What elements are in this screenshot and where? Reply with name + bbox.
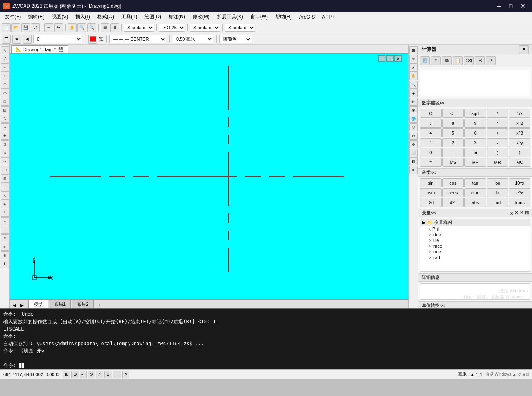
var-icon-1[interactable]: x: [510, 211, 513, 215]
calc-btn-5[interactable]: 5: [442, 128, 464, 137]
calc-btn-rp[interactable]: ): [509, 148, 530, 157]
calc-btn-sub[interactable]: -: [487, 138, 508, 147]
var-icon-2[interactable]: ✕: [514, 210, 518, 215]
calc-btn-9[interactable]: 9: [464, 119, 486, 128]
ellipse-tool[interactable]: ⬭: [1, 89, 9, 97]
var-icon-3[interactable]: ✕: [520, 210, 523, 215]
calc-btn-1[interactable]: 1: [420, 138, 442, 147]
lineweight-select[interactable]: 0.50 毫米: [173, 35, 213, 43]
new-button[interactable]: 📄: [2, 23, 11, 32]
menu-arcgis[interactable]: ArcGIS: [296, 13, 318, 21]
color-button[interactable]: [88, 35, 97, 44]
undo-button[interactable]: ↩: [44, 23, 53, 32]
var-item-mee[interactable]: ✕ mee: [420, 243, 530, 249]
calc-btn-xy[interactable]: x^y: [509, 138, 530, 147]
calc-btn-backspace[interactable]: <--: [442, 109, 464, 118]
calc-btn-mplus[interactable]: M+: [464, 158, 486, 167]
zoom-in-button[interactable]: 🔍: [77, 23, 86, 32]
redo-button[interactable]: ↪: [54, 23, 63, 32]
var-icon-table[interactable]: ⊞: [525, 210, 529, 215]
calc-asin[interactable]: asin: [420, 188, 442, 197]
walk-button[interactable]: ⊳: [409, 98, 418, 106]
calc-acos[interactable]: acos: [442, 188, 464, 197]
open-button[interactable]: 📂: [11, 23, 20, 32]
var-item-ille[interactable]: ✕ ille: [420, 237, 530, 243]
maximize-button[interactable]: □: [505, 2, 517, 11]
break-tool[interactable]: ⌇: [1, 209, 9, 217]
drawing-canvas[interactable]: ─ □ ✕: [10, 54, 408, 299]
text-tool[interactable]: A: [1, 115, 9, 123]
menu-tools[interactable]: 工具(T): [118, 13, 140, 21]
extend-tool[interactable]: ⟶: [1, 166, 9, 174]
calc-btn-eq[interactable]: =: [420, 158, 442, 167]
3dview-button[interactable]: ◈: [409, 89, 418, 97]
toggle-button[interactable]: ≡: [409, 166, 418, 174]
dim-tool[interactable]: ↔: [1, 123, 9, 131]
var-item-dee[interactable]: ✕ dee: [420, 232, 530, 237]
menu-draw[interactable]: 绘图(D): [141, 13, 164, 21]
calc-tan[interactable]: tan: [464, 178, 486, 187]
properties-tool[interactable]: ℹ: [1, 260, 9, 268]
calc-btn-lp[interactable]: (: [487, 148, 508, 157]
menu-app[interactable]: APP+: [319, 13, 338, 21]
zoom-extent-button[interactable]: ⤢: [409, 63, 418, 72]
polar-toggle[interactable]: ⊙: [88, 371, 95, 378]
style-select-4[interactable]: Standard: [225, 24, 255, 32]
calc-trunc[interactable]: trunc: [509, 198, 530, 207]
transparency-select[interactable]: 随颜色: [219, 35, 252, 43]
layer-state-button[interactable]: ★: [12, 35, 21, 44]
calc-close-button[interactable]: ✕: [519, 45, 529, 54]
style-select-1[interactable]: Standard: [124, 24, 154, 32]
calc-rnd[interactable]: rnd: [487, 198, 508, 207]
trim-tool[interactable]: ✂: [1, 157, 9, 165]
canvas-minimize[interactable]: ─: [378, 55, 385, 62]
print-button[interactable]: 🖨: [31, 23, 40, 32]
minimize-button[interactable]: ─: [493, 2, 504, 11]
menu-window[interactable]: 窗口(W): [247, 13, 271, 21]
grid-toggle[interactable]: ⊞: [63, 371, 70, 378]
var-item-rad[interactable]: ✕ rad: [420, 255, 530, 260]
canvas-maximize[interactable]: □: [386, 55, 394, 62]
cmd-prompt[interactable]: 命令: |: [3, 362, 529, 369]
line-tool[interactable]: ╱: [1, 55, 9, 63]
calc-icon-1[interactable]: 🔢: [420, 56, 430, 65]
calc-btn-div[interactable]: /: [487, 109, 508, 118]
var-item-phi[interactable]: k Phi: [420, 226, 530, 232]
calc-sin[interactable]: sin: [420, 178, 442, 187]
ortho-toggle[interactable]: ┐: [80, 371, 87, 378]
scale-tool[interactable]: ⤡: [1, 191, 9, 200]
hatch-tool[interactable]: ▨: [1, 106, 9, 114]
calc-icon-clear[interactable]: ⌫: [464, 56, 474, 65]
calc-btn-dot[interactable]: .: [442, 148, 464, 157]
calc-btn-8[interactable]: 8: [442, 119, 464, 128]
osnap-toggle[interactable]: △: [96, 371, 103, 378]
calc-btn-x3[interactable]: x^3: [509, 128, 530, 137]
calc-icon-del[interactable]: ✕: [475, 56, 485, 65]
fillet-tool[interactable]: ⌒: [1, 226, 9, 234]
canvas-close[interactable]: ✕: [394, 55, 402, 62]
copy-tool[interactable]: ⧉: [1, 140, 9, 148]
isolate-button[interactable]: ⊙: [409, 140, 418, 148]
close-button[interactable]: ✕: [517, 2, 529, 11]
calc-btn-add[interactable]: +: [487, 128, 508, 137]
zoom-strip-button[interactable]: 🔍: [409, 81, 418, 89]
polyline-tool[interactable]: ⌐: [1, 63, 9, 72]
sheet-next-button[interactable]: ▶: [19, 302, 25, 308]
menu-modify[interactable]: 修改(M): [189, 13, 213, 21]
tab-layout2[interactable]: 布局2: [72, 300, 94, 308]
calc-ln[interactable]: ln: [487, 188, 508, 197]
menu-view[interactable]: 视图(V): [48, 13, 71, 21]
mirror-tool[interactable]: ⊣: [1, 183, 9, 191]
array-tool[interactable]: ⊞: [1, 200, 9, 208]
command-area[interactable]: 命令: _Undo 输入要放弃的操作数目或 [自动(A)/控制(C)/开始(BE…: [0, 308, 532, 369]
calc-btn-mc[interactable]: MC: [509, 158, 530, 167]
annot-toggle[interactable]: A: [122, 371, 129, 378]
layer-tool[interactable]: ≡: [1, 234, 9, 242]
calc-ex[interactable]: e^x: [509, 188, 530, 197]
otrack-toggle[interactable]: ⊕: [104, 371, 112, 378]
activate-windows-status[interactable]: 激活 Windows ▲ 动 ■ □: [486, 372, 529, 377]
calc-btn-mr[interactable]: MR: [487, 158, 508, 167]
menu-help[interactable]: 帮助(H): [272, 13, 295, 21]
pan-button[interactable]: ✋: [68, 23, 77, 32]
menu-edit[interactable]: 编辑(E): [25, 13, 48, 21]
